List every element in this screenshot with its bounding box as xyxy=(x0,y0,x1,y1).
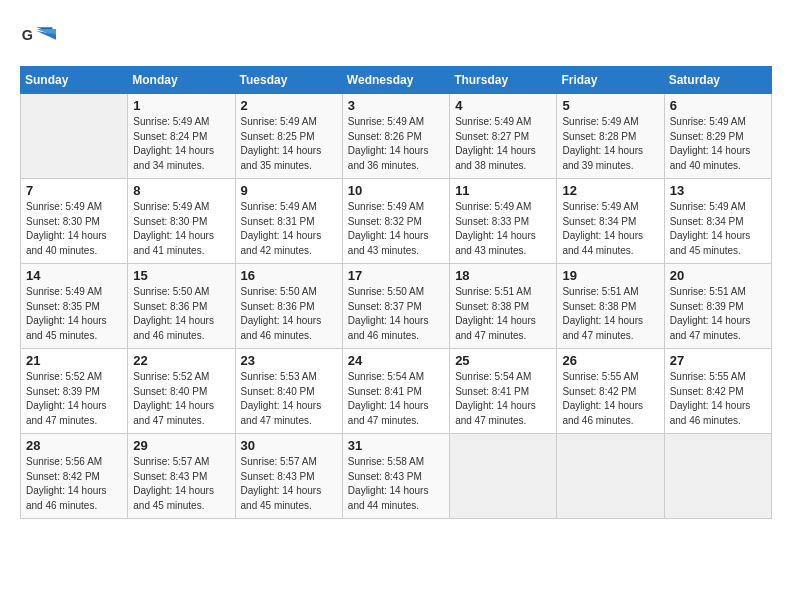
day-number: 31 xyxy=(348,438,444,453)
calendar-cell: 22Sunrise: 5:52 AMSunset: 8:40 PMDayligh… xyxy=(128,349,235,434)
day-number: 22 xyxy=(133,353,229,368)
day-number: 6 xyxy=(670,98,766,113)
logo-icon: G xyxy=(20,20,56,56)
day-header-friday: Friday xyxy=(557,67,664,94)
calendar-cell: 5Sunrise: 5:49 AMSunset: 8:28 PMDaylight… xyxy=(557,94,664,179)
day-number: 28 xyxy=(26,438,122,453)
calendar-cell: 3Sunrise: 5:49 AMSunset: 8:26 PMDaylight… xyxy=(342,94,449,179)
day-info: Sunrise: 5:50 AMSunset: 8:36 PMDaylight:… xyxy=(133,285,229,343)
day-info: Sunrise: 5:49 AMSunset: 8:34 PMDaylight:… xyxy=(670,200,766,258)
day-number: 8 xyxy=(133,183,229,198)
day-info: Sunrise: 5:49 AMSunset: 8:30 PMDaylight:… xyxy=(133,200,229,258)
calendar-cell: 11Sunrise: 5:49 AMSunset: 8:33 PMDayligh… xyxy=(450,179,557,264)
calendar-cell: 17Sunrise: 5:50 AMSunset: 8:37 PMDayligh… xyxy=(342,264,449,349)
day-info: Sunrise: 5:55 AMSunset: 8:42 PMDaylight:… xyxy=(670,370,766,428)
day-header-sunday: Sunday xyxy=(21,67,128,94)
day-number: 23 xyxy=(241,353,337,368)
day-number: 24 xyxy=(348,353,444,368)
calendar-cell: 20Sunrise: 5:51 AMSunset: 8:39 PMDayligh… xyxy=(664,264,771,349)
day-number: 30 xyxy=(241,438,337,453)
day-info: Sunrise: 5:49 AMSunset: 8:26 PMDaylight:… xyxy=(348,115,444,173)
day-number: 10 xyxy=(348,183,444,198)
day-number: 11 xyxy=(455,183,551,198)
day-number: 17 xyxy=(348,268,444,283)
calendar-week-3: 14Sunrise: 5:49 AMSunset: 8:35 PMDayligh… xyxy=(21,264,772,349)
day-info: Sunrise: 5:52 AMSunset: 8:40 PMDaylight:… xyxy=(133,370,229,428)
day-info: Sunrise: 5:51 AMSunset: 8:38 PMDaylight:… xyxy=(562,285,658,343)
calendar-cell: 31Sunrise: 5:58 AMSunset: 8:43 PMDayligh… xyxy=(342,434,449,519)
day-header-monday: Monday xyxy=(128,67,235,94)
day-info: Sunrise: 5:58 AMSunset: 8:43 PMDaylight:… xyxy=(348,455,444,513)
day-info: Sunrise: 5:56 AMSunset: 8:42 PMDaylight:… xyxy=(26,455,122,513)
day-info: Sunrise: 5:52 AMSunset: 8:39 PMDaylight:… xyxy=(26,370,122,428)
calendar-cell xyxy=(21,94,128,179)
calendar-cell: 19Sunrise: 5:51 AMSunset: 8:38 PMDayligh… xyxy=(557,264,664,349)
calendar-cell: 23Sunrise: 5:53 AMSunset: 8:40 PMDayligh… xyxy=(235,349,342,434)
day-info: Sunrise: 5:50 AMSunset: 8:37 PMDaylight:… xyxy=(348,285,444,343)
day-info: Sunrise: 5:57 AMSunset: 8:43 PMDaylight:… xyxy=(241,455,337,513)
calendar-week-5: 28Sunrise: 5:56 AMSunset: 8:42 PMDayligh… xyxy=(21,434,772,519)
days-of-week-row: SundayMondayTuesdayWednesdayThursdayFrid… xyxy=(21,67,772,94)
day-number: 4 xyxy=(455,98,551,113)
calendar-cell: 1Sunrise: 5:49 AMSunset: 8:24 PMDaylight… xyxy=(128,94,235,179)
calendar-cell: 15Sunrise: 5:50 AMSunset: 8:36 PMDayligh… xyxy=(128,264,235,349)
day-info: Sunrise: 5:49 AMSunset: 8:32 PMDaylight:… xyxy=(348,200,444,258)
day-info: Sunrise: 5:49 AMSunset: 8:31 PMDaylight:… xyxy=(241,200,337,258)
calendar-cell: 26Sunrise: 5:55 AMSunset: 8:42 PMDayligh… xyxy=(557,349,664,434)
calendar-week-2: 7Sunrise: 5:49 AMSunset: 8:30 PMDaylight… xyxy=(21,179,772,264)
day-header-saturday: Saturday xyxy=(664,67,771,94)
calendar-cell: 16Sunrise: 5:50 AMSunset: 8:36 PMDayligh… xyxy=(235,264,342,349)
day-info: Sunrise: 5:54 AMSunset: 8:41 PMDaylight:… xyxy=(455,370,551,428)
calendar-body: 1Sunrise: 5:49 AMSunset: 8:24 PMDaylight… xyxy=(21,94,772,519)
day-header-tuesday: Tuesday xyxy=(235,67,342,94)
calendar-cell: 10Sunrise: 5:49 AMSunset: 8:32 PMDayligh… xyxy=(342,179,449,264)
day-info: Sunrise: 5:49 AMSunset: 8:30 PMDaylight:… xyxy=(26,200,122,258)
day-number: 26 xyxy=(562,353,658,368)
day-number: 3 xyxy=(348,98,444,113)
calendar-table: SundayMondayTuesdayWednesdayThursdayFrid… xyxy=(20,66,772,519)
calendar-cell: 14Sunrise: 5:49 AMSunset: 8:35 PMDayligh… xyxy=(21,264,128,349)
svg-text:G: G xyxy=(22,27,33,43)
day-info: Sunrise: 5:55 AMSunset: 8:42 PMDaylight:… xyxy=(562,370,658,428)
calendar-cell: 25Sunrise: 5:54 AMSunset: 8:41 PMDayligh… xyxy=(450,349,557,434)
calendar-cell xyxy=(664,434,771,519)
day-number: 19 xyxy=(562,268,658,283)
day-number: 7 xyxy=(26,183,122,198)
calendar-cell: 30Sunrise: 5:57 AMSunset: 8:43 PMDayligh… xyxy=(235,434,342,519)
day-number: 2 xyxy=(241,98,337,113)
day-info: Sunrise: 5:51 AMSunset: 8:39 PMDaylight:… xyxy=(670,285,766,343)
calendar-week-4: 21Sunrise: 5:52 AMSunset: 8:39 PMDayligh… xyxy=(21,349,772,434)
day-header-thursday: Thursday xyxy=(450,67,557,94)
calendar-cell xyxy=(450,434,557,519)
calendar-cell: 29Sunrise: 5:57 AMSunset: 8:43 PMDayligh… xyxy=(128,434,235,519)
day-info: Sunrise: 5:53 AMSunset: 8:40 PMDaylight:… xyxy=(241,370,337,428)
day-info: Sunrise: 5:49 AMSunset: 8:35 PMDaylight:… xyxy=(26,285,122,343)
day-number: 14 xyxy=(26,268,122,283)
calendar-cell: 13Sunrise: 5:49 AMSunset: 8:34 PMDayligh… xyxy=(664,179,771,264)
day-info: Sunrise: 5:50 AMSunset: 8:36 PMDaylight:… xyxy=(241,285,337,343)
calendar-cell: 18Sunrise: 5:51 AMSunset: 8:38 PMDayligh… xyxy=(450,264,557,349)
calendar-cell: 6Sunrise: 5:49 AMSunset: 8:29 PMDaylight… xyxy=(664,94,771,179)
calendar-cell: 9Sunrise: 5:49 AMSunset: 8:31 PMDaylight… xyxy=(235,179,342,264)
day-number: 1 xyxy=(133,98,229,113)
day-info: Sunrise: 5:49 AMSunset: 8:29 PMDaylight:… xyxy=(670,115,766,173)
calendar-cell: 24Sunrise: 5:54 AMSunset: 8:41 PMDayligh… xyxy=(342,349,449,434)
day-info: Sunrise: 5:49 AMSunset: 8:28 PMDaylight:… xyxy=(562,115,658,173)
calendar-cell xyxy=(557,434,664,519)
day-info: Sunrise: 5:49 AMSunset: 8:33 PMDaylight:… xyxy=(455,200,551,258)
day-info: Sunrise: 5:49 AMSunset: 8:34 PMDaylight:… xyxy=(562,200,658,258)
day-info: Sunrise: 5:49 AMSunset: 8:27 PMDaylight:… xyxy=(455,115,551,173)
day-info: Sunrise: 5:57 AMSunset: 8:43 PMDaylight:… xyxy=(133,455,229,513)
day-number: 5 xyxy=(562,98,658,113)
page-header: G xyxy=(20,20,772,56)
day-number: 21 xyxy=(26,353,122,368)
calendar-cell: 2Sunrise: 5:49 AMSunset: 8:25 PMDaylight… xyxy=(235,94,342,179)
calendar-cell: 7Sunrise: 5:49 AMSunset: 8:30 PMDaylight… xyxy=(21,179,128,264)
calendar-header: SundayMondayTuesdayWednesdayThursdayFrid… xyxy=(21,67,772,94)
day-info: Sunrise: 5:49 AMSunset: 8:25 PMDaylight:… xyxy=(241,115,337,173)
calendar-cell: 12Sunrise: 5:49 AMSunset: 8:34 PMDayligh… xyxy=(557,179,664,264)
day-info: Sunrise: 5:54 AMSunset: 8:41 PMDaylight:… xyxy=(348,370,444,428)
day-number: 13 xyxy=(670,183,766,198)
day-info: Sunrise: 5:51 AMSunset: 8:38 PMDaylight:… xyxy=(455,285,551,343)
day-number: 9 xyxy=(241,183,337,198)
